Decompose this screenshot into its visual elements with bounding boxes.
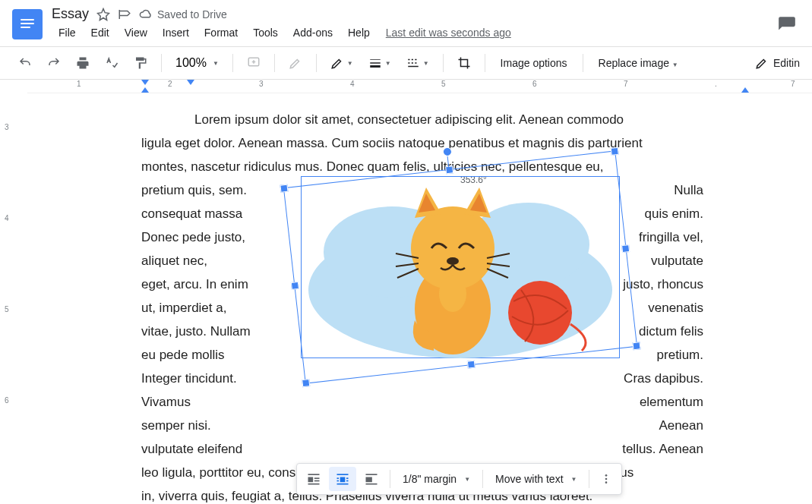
svg-rect-20 (337, 484, 349, 485)
text-line: Vivamus (141, 390, 191, 414)
document-area[interactable]: Lorem ipsum dolor sit amet, consectetuer… (27, 108, 812, 504)
svg-rect-13 (308, 484, 320, 485)
image-options-button[interactable]: Image options (493, 52, 575, 74)
image-layout-toolbar[interactable]: 1/8" margin▼ Move with text▼ (296, 463, 622, 495)
svg-rect-9 (308, 474, 320, 475)
toolbar-separator (316, 54, 317, 72)
docs-logo[interactable] (12, 9, 43, 39)
border-dash-button[interactable]: ▼ (400, 52, 435, 74)
resize-handle-bl[interactable] (302, 379, 310, 387)
spellcheck-button[interactable] (99, 52, 125, 74)
add-comment-button[interactable] (241, 52, 267, 74)
text-line: Donec pede justo, (141, 225, 245, 249)
paint-format-button[interactable] (128, 52, 153, 74)
wrap-text-button[interactable] (329, 467, 356, 491)
resize-handle-tl[interactable] (280, 184, 288, 193)
svg-rect-19 (346, 480, 349, 482)
menu-edit[interactable]: Edit (84, 24, 116, 42)
ruler-tick: 4 (5, 214, 9, 222)
svg-point-7 (439, 276, 466, 312)
selected-image[interactable]: 353.6° (301, 176, 620, 358)
text-line: elementum (640, 390, 703, 414)
ruler-tick: 6 (5, 396, 9, 405)
svg-rect-18 (337, 480, 340, 482)
ruler-tick: 5 (5, 305, 9, 313)
move-icon[interactable] (118, 8, 131, 21)
resize-handle-mr[interactable] (621, 244, 630, 253)
text-line: vitae, justo. Nullam (141, 320, 251, 343)
ruler-tick: 3 (5, 123, 9, 131)
first-line-indent-marker[interactable] (187, 80, 194, 85)
toolbar-separator (485, 54, 485, 72)
ruler-tick: 2 (168, 80, 172, 88)
svg-rect-21 (366, 474, 378, 475)
resize-handle-tm[interactable] (445, 165, 453, 174)
text-line: aliquet nec, (141, 249, 207, 272)
svg-rect-10 (308, 477, 314, 483)
margin-dropdown[interactable]: 1/8" margin▼ (395, 468, 478, 490)
text-line: Lorem ipsum dolor sit amet, consectetuer… (194, 112, 624, 127)
text-line: tellus. Aenean (622, 437, 703, 461)
resize-handle-tr[interactable] (611, 147, 619, 156)
last-edit-link[interactable]: Last edit was seconds ago (386, 24, 511, 42)
text-line: pretium. (657, 343, 703, 367)
border-weight-button[interactable]: ▼ (362, 52, 397, 74)
svg-rect-15 (340, 477, 346, 483)
text-line: fringilla vel, (639, 225, 703, 249)
editing-mode-button[interactable]: Editin (755, 56, 800, 70)
text-line: dictum felis (639, 320, 703, 343)
print-button[interactable] (70, 52, 96, 74)
menu-view[interactable]: View (118, 24, 154, 42)
horizontal-ruler[interactable]: 1 2 3 4 5 6 7 . 7 (27, 80, 812, 93)
toolbar-separator (232, 54, 233, 72)
toolbar-separator (589, 470, 589, 488)
svg-rect-16 (337, 477, 340, 479)
ruler-tick: 1 (77, 80, 81, 88)
highlighter-button[interactable] (283, 52, 308, 74)
undo-button[interactable] (12, 52, 38, 74)
star-icon[interactable] (96, 8, 110, 21)
svg-point-26 (605, 481, 608, 484)
svg-point-6 (447, 257, 459, 265)
comments-button[interactable] (777, 15, 797, 38)
toolbar-separator (274, 54, 275, 72)
toolbar-separator (482, 470, 483, 488)
document-title[interactable]: Essay (52, 6, 89, 22)
menu-addons[interactable]: Add-ons (286, 24, 340, 42)
svg-rect-17 (346, 477, 349, 479)
redo-button[interactable] (41, 52, 67, 74)
menu-tools[interactable]: Tools (246, 24, 285, 42)
ruler-tick: 6 (532, 80, 537, 88)
inline-wrap-button[interactable] (300, 467, 327, 491)
resize-handle-bm[interactable] (467, 361, 476, 369)
text-line: vulputate (651, 249, 703, 272)
zoom-dropdown[interactable]: 100%▼ (169, 53, 225, 73)
crop-button[interactable] (451, 52, 477, 74)
text-line: pretium quis, sem. (141, 178, 247, 202)
break-text-button[interactable] (358, 467, 385, 491)
position-dropdown[interactable]: Move with text▼ (488, 468, 584, 490)
menu-format[interactable]: Format (197, 24, 245, 42)
text-line: Nulla (674, 178, 703, 202)
text-line: ut, imperdiet a, (141, 296, 226, 320)
page[interactable]: Lorem ipsum dolor sit amet, consectetuer… (73, 108, 772, 504)
svg-rect-12 (314, 480, 320, 482)
more-options-button[interactable] (594, 468, 618, 490)
right-indent-marker[interactable] (741, 87, 749, 93)
menu-help[interactable]: Help (341, 24, 377, 42)
menu-insert[interactable]: Insert (156, 24, 196, 42)
text-line: ligula eget dolor. Aenean massa. Cum soc… (141, 131, 703, 155)
vertical-ruler[interactable]: 3 4 5 6 (0, 108, 14, 502)
replace-image-button[interactable]: Replace image ▼ (591, 52, 686, 74)
document-body[interactable]: Lorem ipsum dolor sit amet, consectetuer… (141, 108, 703, 504)
svg-rect-22 (366, 477, 372, 483)
hanging-indent-marker[interactable] (141, 87, 149, 93)
border-color-button[interactable]: ▼ (324, 52, 359, 74)
resize-handle-br[interactable] (632, 342, 640, 350)
ruler-tick: 7 (791, 80, 795, 88)
text-line: Aenean (659, 414, 703, 437)
resize-handle-ml[interactable] (291, 282, 299, 290)
menu-file[interactable]: File (52, 24, 83, 42)
toolbar-separator (161, 54, 162, 72)
left-indent-marker[interactable] (141, 80, 149, 85)
